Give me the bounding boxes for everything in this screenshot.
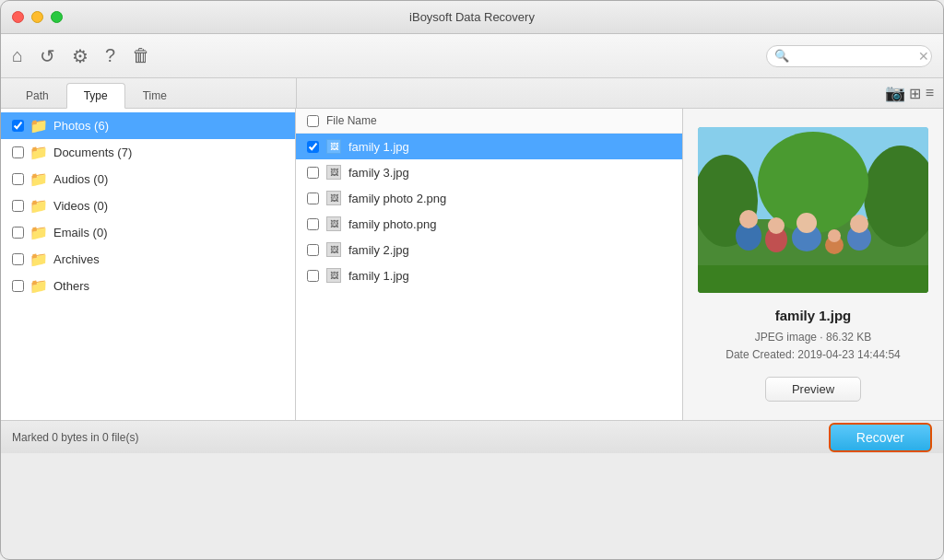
folder-item[interactable]: 📁 Archives [1, 246, 295, 273]
file-name: family photo 2.png [348, 192, 446, 205]
main-content: 📁 Photos (6) 📁 Documents (7) 📁 Audios (0… [1, 109, 943, 420]
folder-icon: 📁 [30, 170, 48, 188]
toolbar-right: 🔍 ✕ [766, 45, 932, 67]
statusbar: Marked 0 bytes in 0 file(s) Recover [1, 420, 943, 453]
folder-item[interactable]: 📁 Audios (0) [1, 166, 295, 192]
window-controls [12, 11, 63, 23]
preview-image [698, 127, 928, 293]
status-text: Marked 0 bytes in 0 file(s) [12, 431, 138, 444]
file-name: family 1.jpg [348, 140, 409, 154]
tab-type[interactable]: Type [66, 83, 125, 109]
folder-icon: 📁 [30, 197, 48, 215]
content-area: File Name 🖼 family 1.jpg 🖼 family 3.jpg … [296, 109, 943, 420]
folder-item[interactable]: 📁 Videos (0) [1, 192, 295, 219]
app-title: iBoysoft Data Recovery [409, 10, 535, 24]
file-thumbnail: 🖼 [326, 165, 341, 180]
folder-item[interactable]: 📁 Photos (6) [1, 112, 295, 139]
help-icon[interactable]: ? [105, 45, 115, 66]
thumbnail-view-icon[interactable]: 📷 [885, 83, 905, 103]
folder-label: Photos (6) [53, 119, 109, 133]
folder-checkbox[interactable] [12, 253, 24, 265]
file-thumbnail: 🖼 [326, 191, 341, 205]
file-name: family 1.jpg [348, 269, 409, 283]
folder-icon: 📁 [30, 277, 48, 295]
preview-type: JPEG image · 86.32 KB [755, 331, 872, 344]
tab-bar: Path Type Time [1, 78, 296, 108]
settings-icon[interactable]: ⚙ [72, 45, 88, 67]
svg-point-10 [796, 213, 817, 233]
file-name-header: File Name [326, 114, 377, 127]
svg-point-8 [768, 217, 785, 234]
recover-button[interactable]: Recover [829, 423, 932, 452]
svg-point-12 [828, 229, 841, 242]
folder-item[interactable]: 📁 Others [1, 273, 295, 299]
file-thumbnail: 🖼 [326, 268, 341, 283]
folder-label: Others [53, 279, 89, 293]
folder-icon: 📁 [30, 224, 48, 241]
folder-label: Archives [53, 252, 100, 266]
folder-checkbox[interactable] [12, 200, 24, 212]
file-checkbox[interactable] [307, 167, 319, 179]
file-name: family 3.jpg [348, 166, 409, 180]
preview-svg [698, 127, 928, 293]
search-input[interactable] [789, 50, 918, 63]
file-row[interactable]: 🖼 family 3.jpg [296, 159, 682, 185]
file-checkbox[interactable] [307, 244, 319, 256]
list-view-icon[interactable]: ≡ [926, 85, 934, 101]
tab-path[interactable]: Path [8, 83, 66, 108]
folder-checkbox[interactable] [12, 146, 24, 158]
file-thumbnail: 🖼 [326, 242, 341, 257]
file-checkbox[interactable] [307, 270, 319, 282]
home-icon[interactable]: ⌂ [12, 45, 23, 66]
file-list-header: File Name [296, 109, 682, 134]
search-box: 🔍 ✕ [766, 45, 932, 67]
folder-label: Audios (0) [53, 172, 108, 186]
close-button[interactable] [12, 11, 24, 23]
preview-button[interactable]: Preview [765, 377, 861, 402]
folder-label: Emails (0) [53, 226, 108, 239]
file-thumbnail: 🖼 [326, 139, 341, 154]
toolbar: ⌂ ↺ ⚙ ? 🗑 🔍 ✕ [1, 34, 943, 78]
menu-icon[interactable]: 🗑 [132, 45, 150, 66]
folder-checkbox[interactable] [12, 280, 24, 292]
folder-checkbox[interactable] [12, 120, 24, 132]
file-row[interactable]: 🖼 family 1.jpg [296, 262, 682, 288]
folder-icon: 📁 [30, 117, 48, 134]
grid-view-icon[interactable]: ⊞ [909, 85, 921, 102]
folder-item[interactable]: 📁 Documents (7) [1, 139, 295, 166]
folder-label: Videos (0) [53, 199, 108, 213]
center-right: File Name 🖼 family 1.jpg 🖼 family 3.jpg … [296, 109, 943, 420]
folder-icon: 📁 [30, 251, 48, 268]
svg-rect-15 [698, 265, 928, 293]
back-icon[interactable]: ↺ [40, 45, 55, 67]
toolbar-icons: ⌂ ↺ ⚙ ? 🗑 [12, 45, 150, 67]
folder-checkbox[interactable] [12, 227, 24, 239]
tab-time[interactable]: Time [125, 83, 184, 108]
folder-checkbox[interactable] [12, 173, 24, 185]
preview-date: Date Created: 2019-04-23 14:44:54 [726, 348, 900, 361]
folder-label: Documents (7) [53, 146, 132, 159]
folder-item[interactable]: 📁 Emails (0) [1, 219, 295, 246]
file-row[interactable]: 🖼 family 1.jpg [296, 134, 682, 159]
select-all-checkbox[interactable] [307, 115, 319, 127]
file-row[interactable]: 🖼 family photo 2.png [296, 185, 682, 211]
file-name: family 2.jpg [348, 243, 409, 257]
search-icon: 🔍 [774, 49, 789, 63]
preview-panel: family 1.jpg JPEG image · 86.32 KB Date … [683, 109, 943, 420]
file-row[interactable]: 🖼 family photo.png [296, 211, 682, 237]
svg-point-6 [739, 210, 758, 228]
file-checkbox[interactable] [307, 218, 319, 230]
file-checkbox[interactable] [307, 141, 319, 153]
file-name: family photo.png [348, 217, 436, 231]
preview-meta: JPEG image · 86.32 KB Date Created: 2019… [726, 329, 900, 364]
folder-icon: 📁 [30, 144, 48, 161]
preview-image-inner [698, 127, 928, 293]
titlebar: iBoysoft Data Recovery [1, 1, 943, 34]
file-thumbnail: 🖼 [326, 216, 341, 231]
svg-point-14 [850, 215, 868, 233]
minimize-button[interactable] [31, 11, 43, 23]
clear-search-icon[interactable]: ✕ [918, 49, 929, 64]
maximize-button[interactable] [51, 11, 63, 23]
file-checkbox[interactable] [307, 192, 319, 204]
file-row[interactable]: 🖼 family 2.jpg [296, 237, 682, 262]
